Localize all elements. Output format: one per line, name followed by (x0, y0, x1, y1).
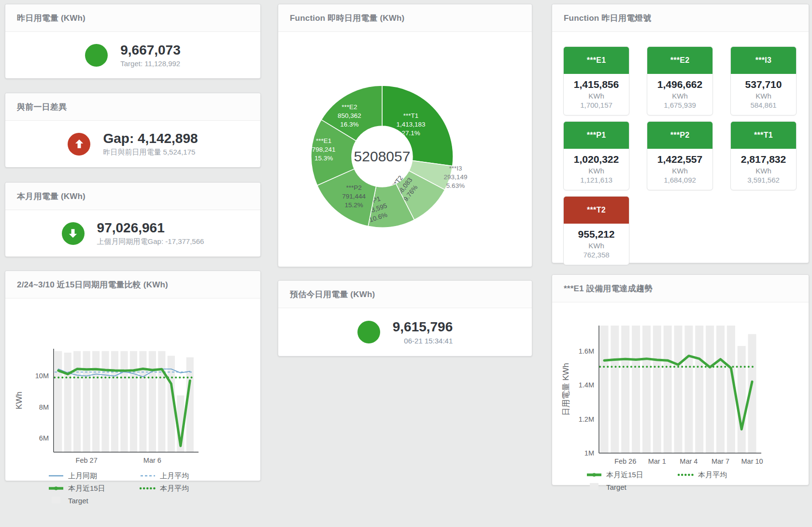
tile-name: ***E2 (647, 47, 712, 74)
tile-body: 1,422,557KWh1,684,092 (647, 149, 712, 190)
light-tile: ***E11,415,856KWh1,700,157 (563, 46, 629, 115)
panel-forecast-today: 預估今日用電量 (KWh) 9,615,796 06-21 15:34:41 (278, 280, 532, 356)
legend-marker-icon (48, 497, 64, 505)
panel-realtime-donut: Function 即時日用電量 (KWh) ***T11,413,18327.1… (278, 4, 532, 267)
stat-value: Gap: 4,142,898 (103, 131, 198, 146)
legend-label: Target (68, 497, 88, 505)
target-bar[interactable] (716, 326, 725, 453)
compare-chart-canvas[interactable]: 6M8M10MFeb 27Mar 6KWh (5, 345, 260, 469)
donut-center-total: 5208057 (354, 148, 411, 164)
target-bar[interactable] (664, 326, 672, 453)
target-bar[interactable] (149, 351, 156, 452)
tile-value: 1,496,662 (648, 79, 712, 90)
x-tick-label: Mar 6 (143, 456, 161, 464)
target-bar[interactable] (120, 351, 128, 452)
target-bar[interactable] (653, 326, 661, 453)
light-tile: ***T2955,212KWh762,358 (563, 196, 629, 265)
tile-body: 537,710KWh584,861 (731, 74, 796, 115)
legend-item-thickline[interactable]: 本月近15日 (48, 484, 140, 493)
tile-target-value: 1,700,157 (565, 101, 628, 109)
target-bar[interactable] (55, 351, 62, 452)
compare-chart-area[interactable]: 6M8M10MFeb 27Mar 6KWh 上月同期上月平均本月近15日本月平均… (5, 299, 260, 505)
tile-name: ***T1 (731, 122, 796, 149)
panel-header: ***E1 設備用電達成趨勢 (552, 275, 809, 302)
y-tick-label: 1.6M (579, 347, 594, 355)
target-bar[interactable] (684, 326, 693, 453)
stat-subtitle: 昨日與前日用電量 5,524,175 (103, 148, 198, 157)
panel-compare-chart: 2/24~3/10 近15日同期用電量比較 (KWh) 6M8M10MFeb 2… (5, 271, 261, 481)
y-tick-label: 6M (39, 434, 49, 442)
tile-name: ***P1 (564, 122, 629, 149)
target-bar[interactable] (642, 326, 651, 453)
tile-unit: KWh (732, 92, 795, 100)
stat-value: 97,026,961 (97, 220, 204, 236)
legend-label: 本月平均 (698, 470, 727, 480)
panel-yesterday-usage: 昨日用電量 (KWh) 9,667,073 Target: 11,128,992 (5, 4, 261, 79)
target-bar[interactable] (611, 326, 619, 453)
stat-body: Gap: 4,142,898 昨日與前日用電量 5,524,175 (5, 121, 260, 167)
target-bar[interactable] (64, 353, 71, 452)
arrow-down-icon (62, 222, 85, 245)
tile-body: 1,415,856KWh1,700,157 (564, 74, 629, 115)
target-bar[interactable] (130, 351, 137, 452)
panel-title: Function 即時日用電量 (KWh) (290, 14, 404, 23)
target-bar[interactable] (695, 326, 703, 453)
target-bar[interactable] (632, 326, 640, 453)
arrow-up-icon (68, 133, 90, 156)
target-bar[interactable] (111, 351, 118, 452)
target-bar[interactable] (621, 326, 629, 453)
y-axis-label: KWh (14, 392, 24, 410)
legend-item-dots[interactable]: 本月平均 (678, 470, 769, 480)
trend-chart-canvas[interactable]: 1M1.2M1.4M1.6MFeb 26Mar 1Mar 4Mar 7Mar 1… (552, 322, 809, 470)
stat-subtitle: Target: 11,128,992 (120, 59, 181, 68)
legend-item-thickline[interactable]: 本月近15日 (586, 470, 678, 480)
lights-tile-grid: ***E11,415,856KWh1,700,157***E21,496,662… (552, 32, 809, 265)
tile-unit: KWh (565, 167, 628, 175)
legend-item-dots[interactable]: 本月平均 (140, 484, 231, 493)
tile-target-value: 762,358 (565, 251, 628, 259)
panel-title: 昨日用電量 (KWh) (17, 14, 85, 23)
legend-item-box[interactable]: Target (586, 483, 678, 491)
donut-chart-area[interactable]: ***T11,413,18327.1%***I3293,1495.63%***T… (278, 32, 532, 270)
target-bar[interactable] (600, 326, 608, 453)
donut-chart-canvas[interactable]: ***T11,413,18327.1%***I3293,1495.63%***T… (278, 32, 532, 270)
target-bar[interactable] (674, 326, 682, 453)
target-bar[interactable] (101, 351, 109, 452)
tile-unit: KWh (648, 92, 712, 100)
legend-label: 上月平均 (160, 471, 189, 481)
stat-body: 9,667,073 Target: 11,128,992 (5, 32, 260, 78)
trend-chart-area[interactable]: 1M1.2M1.4M1.6MFeb 26Mar 1Mar 4Mar 7Mar 1… (552, 302, 809, 491)
legend-marker-icon (48, 472, 64, 480)
legend-item-box[interactable]: Target (48, 497, 140, 505)
tile-body: 1,496,662KWh1,675,939 (647, 74, 712, 115)
x-tick-label: Mar 4 (680, 457, 698, 465)
legend-item-dash[interactable]: 上月平均 (140, 471, 231, 481)
light-tile: ***P11,020,322KWh1,121,613 (563, 121, 629, 190)
target-bar[interactable] (706, 326, 714, 453)
target-bar[interactable] (92, 351, 100, 452)
x-tick-label: Mar 7 (712, 457, 729, 465)
tile-value: 1,415,856 (565, 79, 628, 90)
target-bar[interactable] (139, 351, 146, 452)
tile-value: 1,422,557 (648, 154, 712, 165)
tile-target-value: 1,121,613 (565, 176, 628, 184)
legend-label: 本月近15日 (68, 484, 105, 493)
tile-value: 1,020,322 (565, 154, 628, 165)
legend-item-line[interactable]: 上月同期 (48, 471, 140, 481)
stat-value: 9,615,796 (393, 319, 453, 335)
target-bar[interactable] (738, 346, 746, 453)
y-tick-label: 8M (39, 403, 49, 411)
panel-title: Function 昨日用電燈號 (564, 14, 651, 23)
x-tick-label: Feb 27 (76, 456, 98, 464)
target-bar[interactable] (73, 351, 81, 452)
x-tick-label: Mar 1 (648, 457, 666, 465)
stat-value: 9,667,073 (120, 43, 181, 58)
tile-target-value: 3,591,562 (732, 176, 795, 184)
panel-header: 預估今日用電量 (KWh) (278, 281, 532, 308)
legend-marker-icon (586, 471, 602, 479)
legend-marker-icon (140, 484, 156, 493)
target-bar[interactable] (83, 351, 90, 452)
stat-subtitle: 上個月同期用電Gap: -17,377,566 (97, 237, 204, 246)
target-bar[interactable] (158, 351, 165, 452)
tile-value: 537,710 (732, 79, 795, 90)
